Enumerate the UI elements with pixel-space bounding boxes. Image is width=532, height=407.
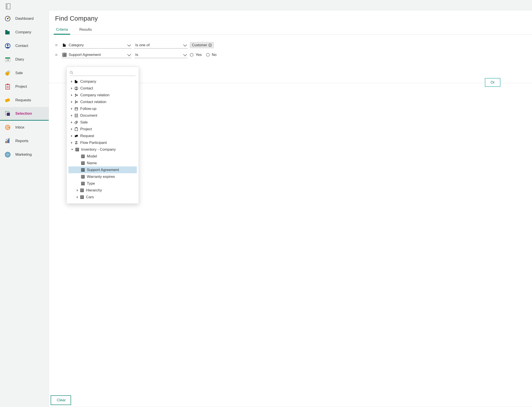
equals-icon: =	[55, 52, 59, 57]
sidebar: Dashboard Company Contact 24 Diary $€ Sa…	[0, 0, 49, 407]
caret-right-icon	[71, 108, 72, 110]
svg-rect-68	[75, 134, 78, 137]
sidebar-item-contact[interactable]: Contact	[0, 39, 49, 53]
svg-rect-28	[6, 141, 7, 143]
remove-tag-icon[interactable]	[208, 43, 212, 47]
svg-point-27	[7, 126, 8, 128]
sidebar-item-label: Selection	[15, 111, 32, 116]
sidebar-item-sale[interactable]: $€ Sale	[0, 66, 49, 80]
radio-no[interactable]	[206, 53, 210, 57]
svg-rect-58	[75, 108, 78, 110]
tab-criteria[interactable]: Criteria	[55, 26, 69, 34]
tree-item-company[interactable]: Company	[68, 78, 137, 85]
svg-line-52	[76, 95, 77, 96]
svg-rect-94	[81, 182, 84, 185]
tree-item-sale[interactable]: Sale	[68, 119, 137, 126]
tree-item-company-relation[interactable]: Company relation	[68, 92, 137, 98]
svg-rect-99	[80, 189, 84, 192]
tree-item-contact-relation[interactable]: Contact relation	[68, 98, 137, 105]
grid-icon	[81, 161, 85, 165]
tree-child-warranty[interactable]: Warranty expires	[68, 173, 137, 180]
sidebar-item-marketing[interactable]: Marketing	[0, 148, 49, 161]
grid-icon	[75, 148, 79, 151]
chevron-down-icon	[127, 43, 131, 47]
svg-rect-0	[6, 3, 10, 9]
svg-point-8	[9, 33, 10, 35]
tree-label: Flow Participant	[80, 141, 107, 145]
sidebar-item-label: Inbox	[15, 125, 24, 130]
field-picker-support-agreement[interactable]: Support Agreement	[62, 52, 132, 58]
svg-point-47	[76, 87, 77, 88]
tree: Company Contact Company relation Contact…	[67, 77, 139, 201]
svg-line-57	[76, 102, 77, 103]
ticket-icon	[4, 97, 11, 103]
or-button[interactable]: Or	[485, 78, 501, 87]
tree-child-type[interactable]: Type	[68, 180, 137, 187]
flow-icon	[74, 141, 78, 145]
tree-label: Contact relation	[80, 100, 106, 104]
sidebar-item-diary[interactable]: 24 Diary	[0, 53, 49, 66]
field-picker-category[interactable]: Category	[62, 42, 132, 48]
svg-rect-79	[81, 162, 84, 165]
sidebar-item-reports[interactable]: Reports	[0, 134, 49, 148]
svg-rect-84	[81, 168, 84, 172]
svg-point-10	[7, 44, 8, 46]
tree-item-project[interactable]: Project	[68, 126, 137, 133]
tree-item-hierarchy[interactable]: Hierarchy	[68, 187, 137, 194]
operator-label: Is one of	[135, 43, 184, 47]
radio-yes[interactable]	[190, 53, 193, 57]
tree-item-inventory-company[interactable]: Inventory - Company	[68, 146, 137, 153]
page-title: Find Company	[55, 15, 526, 22]
chevron-down-icon	[183, 43, 187, 47]
tree-item-request[interactable]: Request	[68, 133, 137, 139]
tree-child-support-agreement[interactable]: Support Agreement	[68, 166, 137, 173]
grid-icon	[81, 175, 85, 179]
svg-rect-74	[81, 155, 84, 158]
dropdown-search[interactable]	[70, 70, 135, 76]
caret-right-icon	[71, 142, 72, 144]
clear-button[interactable]: Clear	[51, 395, 71, 405]
operator-picker[interactable]: Is	[134, 52, 188, 58]
tag-label: Customer	[192, 43, 207, 47]
selection-icon	[4, 111, 11, 117]
dropdown-search-input[interactable]	[75, 71, 135, 75]
svg-rect-2	[7, 6, 7, 7]
person-icon	[74, 87, 78, 90]
tag-customer[interactable]: Customer	[190, 42, 214, 48]
coin-icon	[74, 121, 78, 124]
tab-results[interactable]: Results	[78, 26, 93, 34]
tree-label: Company	[80, 79, 96, 84]
tree-item-contact[interactable]: Contact	[68, 85, 137, 92]
svg-text:€: €	[7, 73, 8, 75]
caret-right-icon	[71, 114, 72, 117]
sidebar-item-selection[interactable]: Selection	[0, 107, 49, 121]
sidebar-item-label: Sale	[15, 71, 23, 75]
app-icon[interactable]	[5, 3, 11, 10]
tree-label: Type	[87, 181, 95, 186]
grid-icon	[81, 182, 85, 185]
caret-right-icon	[77, 189, 78, 191]
tree-item-flow-participant[interactable]: Flow Participant	[68, 139, 137, 146]
tree-item-document[interactable]: Document	[68, 112, 137, 119]
sidebar-item-dashboard[interactable]: Dashboard	[0, 12, 49, 25]
document-icon	[74, 114, 78, 117]
sidebar-item-label: Contact	[15, 44, 28, 48]
tree-item-followup[interactable]: Follow-up	[68, 105, 137, 112]
grid-icon	[81, 168, 85, 172]
caret-right-icon	[71, 135, 72, 137]
radio-yes-label: Yes	[196, 53, 202, 57]
tree-child-name[interactable]: Name	[68, 160, 137, 166]
or-label: Or	[491, 80, 495, 84]
value-cell[interactable]: Customer	[190, 42, 214, 48]
sidebar-item-inbox[interactable]: Inbox	[0, 121, 49, 134]
svg-rect-67	[76, 127, 77, 128]
sidebar-item-company[interactable]: Company	[0, 25, 49, 39]
sidebar-item-project[interactable]: Project	[0, 80, 49, 94]
grid-icon	[81, 155, 85, 158]
operator-picker[interactable]: Is one of	[134, 42, 188, 48]
tree-child-model[interactable]: Model	[68, 153, 137, 160]
tree-item-cars[interactable]: Cars	[68, 194, 137, 200]
chart-icon	[4, 138, 11, 144]
equals-icon: =	[55, 43, 59, 48]
sidebar-item-requests[interactable]: Requests	[0, 94, 49, 107]
